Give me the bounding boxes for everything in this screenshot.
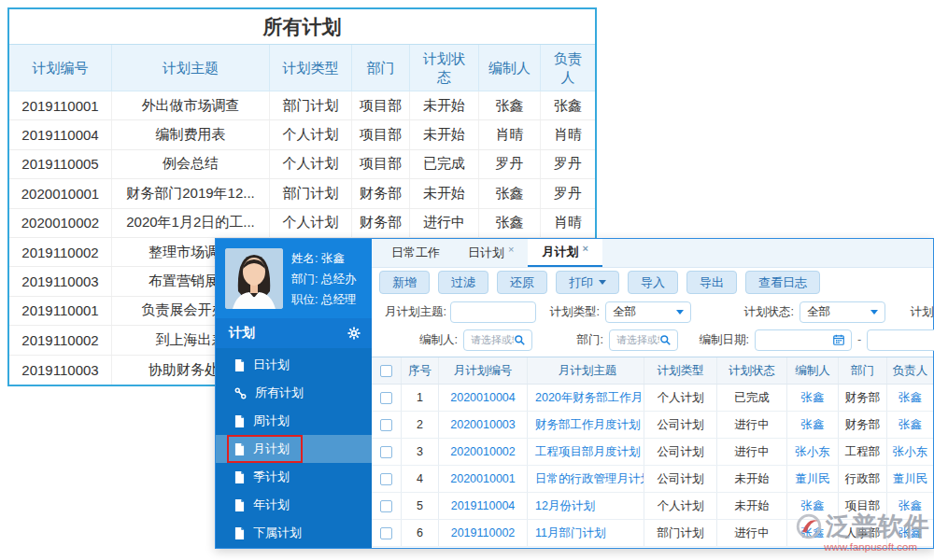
export-button[interactable]: 导出 (686, 271, 737, 294)
table-row[interactable]: 5 2019110004 12月份计划 个人计划 未开始 张鑫 项目部 张鑫 (372, 493, 933, 520)
column-header: 负责人 (541, 45, 595, 91)
tab-day-plan[interactable]: 日计划 × (454, 239, 528, 267)
owner-link[interactable]: 董川民 (887, 466, 933, 492)
sidebar-item-year-plan[interactable]: 年计划 (216, 491, 372, 519)
column-header: 序号 (402, 357, 439, 384)
plan-number-link[interactable]: 2020010001 (439, 466, 528, 492)
calendar-icon[interactable] (833, 334, 844, 345)
table-row[interactable]: 2 2020010003 财务部工作月度计划 公司计划 进行中 张鑫 财务部 张… (372, 412, 933, 439)
sidebar-item-label: 下属计划 (253, 525, 302, 541)
tab-bar: 日常工作 日计划 × 月计划 × (372, 239, 933, 268)
table-row[interactable]: 2020010001 财务部门2019年12... 部门计划 财务部 未开始 张… (9, 179, 595, 208)
plan-subject-link[interactable]: 财务部工作月度计划 (528, 412, 644, 438)
subject-filter-input[interactable] (450, 301, 536, 323)
sidebar-section-plan[interactable]: 计划 (216, 318, 372, 348)
create-date-to-input[interactable] (867, 329, 934, 351)
cell: 公司计划 (644, 439, 717, 465)
close-icon[interactable]: × (582, 243, 587, 254)
creator-filter-input[interactable]: 请选择或输入 (463, 329, 532, 351)
row-checkbox[interactable] (380, 392, 392, 404)
table-row[interactable]: 2019110001 外出做市场调查 部门计划 项目部 未开始 张鑫 张鑫 (9, 91, 595, 120)
plan-number-link[interactable]: 2020010002 (439, 439, 528, 465)
sidebar-item-all-plans[interactable]: 所有计划 (216, 379, 372, 407)
status-filter-label: 计划状态: (736, 304, 794, 320)
cell: 财务部门2019年12... (112, 179, 270, 207)
column-header: 计划编号 (9, 45, 112, 91)
status-filter-select[interactable]: 全部 (800, 301, 885, 323)
gear-icon[interactable] (347, 327, 361, 340)
status-cell: 未开始 (717, 466, 787, 492)
filter-panel: 月计划主题: 计划类型: 全部 计划状态: 全部 计划日期: (372, 297, 933, 357)
creator-link[interactable]: 董川民 (787, 466, 839, 492)
sidebar-item-subordinate-plan[interactable]: 下属计划 (216, 519, 372, 547)
cell: 5 (402, 493, 439, 519)
creator-link[interactable]: 张鑫 (787, 493, 839, 519)
tab-daily-work[interactable]: 日常工作 (377, 239, 454, 267)
plan-number-link[interactable]: 2019110002 (439, 520, 528, 546)
row-checkbox[interactable] (380, 500, 392, 512)
plan-subject-link[interactable]: 工程项目部月度计划 (528, 439, 644, 465)
sidebar-item-quarter-plan[interactable]: 季计划 (216, 463, 372, 491)
plan-number-link[interactable]: 2020010003 (439, 412, 528, 438)
cell: 罗丹 (479, 150, 541, 178)
add-button[interactable]: 新增 (379, 271, 430, 294)
dept-filter-input[interactable]: 请选择或输入 (609, 329, 678, 351)
view-log-button[interactable]: 查看日志 (745, 271, 820, 294)
plan-number-link[interactable]: 2019110004 (439, 493, 528, 519)
plan-subject-link[interactable]: 12月份计划 (528, 493, 644, 519)
column-header: 部门 (839, 357, 887, 384)
cell: 2019110002 (9, 326, 112, 354)
cell: 个人计划 (270, 209, 352, 237)
sidebar-item-month-plan[interactable]: 月计划 (216, 435, 372, 463)
reset-button[interactable]: 还原 (497, 271, 547, 294)
creator-link[interactable]: 张鑫 (787, 520, 839, 546)
type-filter-select[interactable]: 全部 (605, 301, 691, 323)
chevron-down-icon (599, 280, 606, 285)
row-checkbox[interactable] (380, 419, 392, 431)
owner-link[interactable]: 张鑫 (887, 385, 933, 411)
creator-link[interactable]: 张鑫 (787, 385, 839, 411)
create-date-from-input[interactable] (755, 329, 852, 351)
row-checkbox[interactable] (380, 473, 392, 485)
select-all-checkbox[interactable] (380, 365, 392, 377)
cell: 未开始 (410, 179, 479, 207)
status-cell: 未开始 (717, 493, 787, 519)
cell: 2 (402, 412, 439, 438)
print-button[interactable]: 打印 (556, 271, 619, 294)
sidebar-menu: 日计划 所有计划 (216, 348, 372, 548)
plan-number-link[interactable]: 2020010004 (439, 385, 528, 411)
plan-subject-link[interactable]: 11月部门计划 (528, 520, 644, 546)
cell: 财务部 (352, 179, 410, 207)
search-icon[interactable] (659, 334, 671, 345)
creator-link[interactable]: 张小东 (787, 439, 839, 465)
owner-link[interactable]: 张鑫 (887, 520, 933, 546)
owner-link[interactable]: 张鑫 (887, 412, 933, 438)
status-cell: 进行中 (717, 439, 787, 465)
table-row[interactable]: 6 2019110002 11月部门计划 部门计划 进行中 张鑫 人事部 张鑫 (372, 520, 933, 547)
filter-button[interactable]: 过滤 (438, 271, 488, 294)
row-checkbox[interactable] (380, 527, 392, 539)
sidebar-item-day-plan[interactable]: 日计划 (216, 351, 372, 379)
table-row[interactable]: 2019110005 例会总结 个人计划 项目部 已完成 罗丹 罗丹 (9, 150, 595, 179)
table-row[interactable]: 2019110004 编制费用表 个人计划 项目部 未开始 肖晴 肖晴 (9, 120, 595, 149)
import-button[interactable]: 导入 (628, 271, 678, 294)
creator-link[interactable]: 张鑫 (787, 412, 839, 438)
cell: 编制费用表 (112, 120, 270, 148)
cell: 2019110001 (9, 297, 112, 325)
cell: 公司计划 (644, 412, 717, 438)
table-row[interactable]: 2020010002 2020年1月2日的工... 个人计划 财务部 进行中 张… (9, 209, 595, 238)
cell: 2019110003 (9, 356, 112, 385)
table-row[interactable]: 3 2020010002 工程项目部月度计划 公司计划 进行中 张小东 工程部 … (372, 439, 933, 466)
plan-subject-link[interactable]: 日常的行政管理月计划 (528, 466, 644, 492)
search-icon[interactable] (514, 334, 525, 345)
table-row[interactable]: 4 2020010001 日常的行政管理月计划 公司计划 未开始 董川民 行政部… (372, 466, 933, 493)
cell: 未开始 (410, 91, 479, 119)
tab-month-plan[interactable]: 月计划 × (528, 239, 601, 267)
owner-link[interactable]: 张鑫 (887, 493, 933, 519)
table-row[interactable]: 1 2020010004 2020年财务部工作月... 个人计划 已完成 张鑫 … (372, 385, 933, 412)
close-icon[interactable]: × (508, 244, 514, 255)
row-checkbox[interactable] (380, 446, 392, 458)
owner-link[interactable]: 张小东 (887, 439, 933, 465)
plan-subject-link[interactable]: 2020年财务部工作月... (528, 385, 644, 411)
sidebar-item-week-plan[interactable]: 周计划 (216, 407, 372, 435)
